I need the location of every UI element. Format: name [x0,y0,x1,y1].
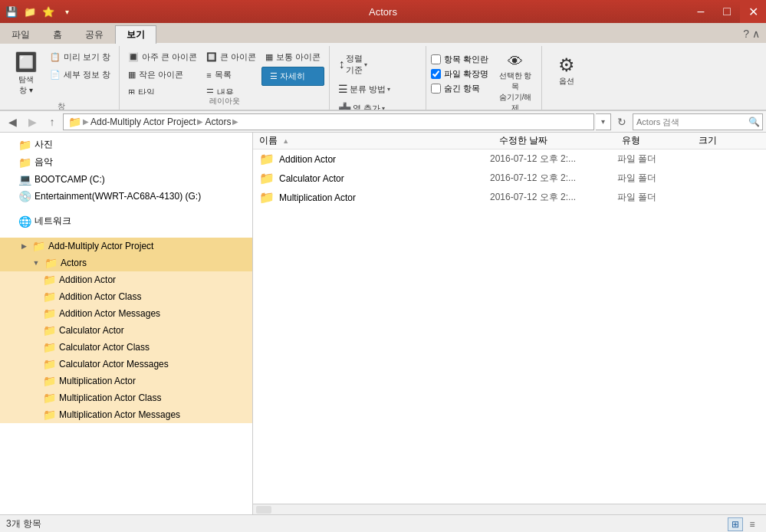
search-button[interactable]: 🔍 [745,114,762,130]
expand-icon[interactable]: ∧ [752,28,760,40]
selected-items-btn[interactable]: 👁 선택한 항목숨기기/해제 [495,51,537,110]
path-segment-actors[interactable]: Actors [205,117,231,127]
status-detail-view-button[interactable]: ⊞ [728,517,743,531]
table-row[interactable]: 📁 Multiplication Actor 2016-07-12 오후 2:.… [253,188,766,207]
item-checkbox-label[interactable]: 항목 확인란 [431,54,488,65]
calculator-actor-folder-icon: 📁 [259,171,275,186]
quick-access-dropdown[interactable]: ▾ [59,4,74,19]
sidebar-item-entertainment[interactable]: 💿 Entertainment(WWRT-AC68A-4130) (G:) [0,188,252,205]
ribbon-tabs: 파일 홈 공유 보기 ? ∧ [0,23,766,43]
sidebar-item-addition-actor-messages-label: Addition Actor Messages [59,308,160,319]
normal-icon-button[interactable]: ▦ 보통 아이콘 [261,49,324,65]
hidden-checkbox[interactable] [431,84,441,94]
ext-checkbox-text: 파일 확장명 [444,68,488,80]
hidden-checkbox-label[interactable]: 숨긴 항목 [431,83,488,94]
star-icon[interactable]: ⭐ [41,4,56,19]
sidebar-item-calculator-actor-label: Calculator Actor [59,325,124,336]
column-header-date[interactable]: 수정한 날짜 [499,134,622,147]
sidebar-item-network[interactable]: 🌐 네트워크 [0,212,252,230]
search-input[interactable] [633,117,745,126]
group-button[interactable]: ☰ 분류 방법 ▾ [334,80,420,97]
xlarge-icon-button[interactable]: 🔳 아주 큰 아이콘 [124,49,201,65]
sort-button[interactable]: ↕ 정렬기준 ▾ [334,51,420,78]
detail-pane-button[interactable]: 📄 세부 정보 창 [46,67,114,83]
status-list-view-button[interactable]: ≡ [745,517,760,531]
ext-checkbox[interactable] [431,69,441,79]
sort-dropdown-arrow: ▾ [364,61,367,68]
explore-pane-button[interactable]: 🔲 탐색창 ▾ [8,48,44,100]
sidebar-item-multiplication-actor-label: Multiplication Actor [59,376,136,386]
up-button[interactable]: ↑ [43,113,61,130]
tile-button[interactable]: ⊞ 타일 [124,84,201,94]
addition-actor-messages-icon: 📁 [43,307,56,320]
column-header-name[interactable]: 이름 ▲ [259,134,499,147]
sidebar: 📁 사진 📁 음악 💻 BOOTCAMP (C:) 💿 Entertainmen… [0,133,253,514]
help-icon[interactable]: ? [743,28,749,40]
explore-label: 탐색창 ▾ [18,74,34,96]
sidebar-item-calculator-actor[interactable]: 📁 Calculator Actor [0,322,252,339]
item-checkbox[interactable] [431,54,441,64]
table-row[interactable]: 📁 Addition Actor 2016-07-12 오후 2:... 파일 … [253,149,766,169]
refresh-button[interactable]: ↻ [613,113,631,130]
sidebar-item-multiplication-actor-class[interactable]: 📁 Multiplication Actor Class [0,389,252,406]
path-segment-project[interactable]: Add-Multiply Actor Project [90,117,196,127]
back-button[interactable]: ◀ [3,113,21,130]
small-icon-button[interactable]: ▦ 작은 아이콘 [124,67,201,83]
project-folder-icon: 📁 [32,240,45,252]
selected-label: 선택한 항목숨기기/해제 [497,71,534,110]
address-bar: ◀ ▶ ↑ 📁 ▶ Add-Multiply Actor Project ▶ A… [0,111,766,133]
sidebar-item-calculator-actor-messages-label: Calculator Actor Messages [59,359,169,369]
large-icon: 🔲 [206,52,217,62]
sidebar-item-addition-actor-messages[interactable]: 📁 Addition Actor Messages [0,305,252,322]
content-button[interactable]: ☰ 내용 [202,84,260,94]
minimize-button[interactable]: – [688,0,714,23]
sidebar-item-calculator-actor-messages[interactable]: 📁 Calculator Actor Messages [0,356,252,373]
list-button[interactable]: ≡ 목록 [202,67,260,83]
sort-icon: ↕ [338,57,344,71]
tab-share[interactable]: 공유 [74,25,115,44]
folder-icon[interactable]: 📁 [22,4,38,19]
preview-pane-button[interactable]: 📋 미리 보기 창 [46,49,114,65]
table-row[interactable]: 📁 Calculator Actor 2016-07-12 오후 2:... 파… [253,169,766,188]
address-path: 📁 ▶ Add-Multiply Actor Project ▶ Actors … [63,113,594,130]
tab-view[interactable]: 보기 [115,25,156,44]
group-dropdown-arrow: ▾ [387,86,390,93]
sidebar-item-multiplication-actor[interactable]: 📁 Multiplication Actor [0,373,252,389]
sidebar-item-multiplication-actor-messages[interactable]: 📁 Multiplication Actor Messages [0,406,252,423]
save-icon[interactable]: 💾 [4,4,19,19]
calculator-actor-name: Calculator Actor [279,173,485,184]
addition-actor-class-icon: 📁 [43,291,56,303]
sidebar-item-addition-actor[interactable]: 📁 Addition Actor [0,271,252,288]
group-label: 분류 방법 [350,84,386,95]
options-button[interactable]: ⚙ 옵션 [547,48,587,94]
detail-view-button[interactable]: ☰ 자세히 [261,67,324,86]
path-sep-1: ▶ [83,117,89,126]
address-dropdown-button[interactable]: ▾ [596,113,611,130]
pane-buttons: 🔲 탐색창 ▾ 📋 미리 보기 창 📄 세부 정보 창 [8,48,114,100]
add-column-button[interactable]: ➕ 열 추가 ▾ [334,100,420,110]
sidebar-item-addition-actor-class[interactable]: 📁 Addition Actor Class [0,288,252,305]
detail-view-icon: ☰ [270,71,278,81]
forward-button[interactable]: ▶ [23,113,41,130]
close-button[interactable]: ✕ [740,0,766,23]
maximize-button[interactable]: □ [714,0,740,23]
sidebar-item-pictures[interactable]: 📁 사진 [0,136,252,153]
tab-file[interactable]: 파일 [0,25,41,44]
hidden-checkbox-text: 숨긴 항목 [444,83,480,94]
ext-checkbox-label[interactable]: 파일 확장명 [431,68,488,80]
bootcamp-icon: 💻 [18,173,31,186]
sidebar-item-calculator-actor-class[interactable]: 📁 Calculator Actor Class [0,339,252,356]
sidebar-item-add-multiply-project[interactable]: ▶ 📁 Add-Multiply Actor Project [0,238,252,255]
column-header-type[interactable]: 유형 [622,134,699,147]
sidebar-item-network-label: 네트워크 [35,215,71,228]
sidebar-item-actors[interactable]: ▼ 📁 Actors [0,255,252,271]
tab-home[interactable]: 홈 [41,25,74,44]
content-header: 이름 ▲ 수정한 날짜 유형 크기 [253,133,766,149]
sidebar-item-bootcamp[interactable]: 💻 BOOTCAMP (C:) [0,171,252,188]
pictures-folder-icon: 📁 [18,139,31,151]
large-icon-button[interactable]: 🔲 큰 아이콘 [202,49,260,65]
horizontal-scrollbar[interactable] [253,504,766,514]
column-header-size[interactable]: 크기 [699,134,760,147]
ribbon-help: ? ∧ [737,25,766,43]
sidebar-item-music[interactable]: 📁 음악 [0,153,252,171]
